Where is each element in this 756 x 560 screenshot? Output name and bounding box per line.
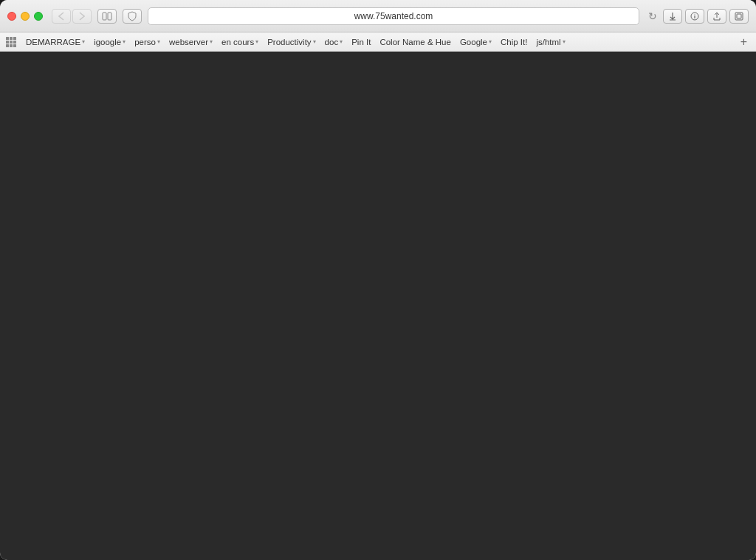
add-bookmark-button[interactable]: + (738, 35, 750, 49)
bookmark-colorname[interactable]: Color Name & Hue (376, 36, 455, 48)
bookmark-doc[interactable]: doc▾ (321, 36, 347, 48)
content-area: FILM (0, 52, 756, 560)
info-button[interactable] (685, 9, 704, 24)
bookmark-productivity[interactable]: Productivity▾ (264, 36, 319, 48)
share-button[interactable] (707, 9, 726, 24)
bookmark-pinit[interactable]: Pin It (348, 36, 374, 48)
shield-button[interactable] (123, 9, 142, 24)
maximize-button[interactable] (34, 12, 43, 21)
download-button[interactable] (663, 9, 682, 24)
bookmark-demarrage[interactable]: DEMARRAGE▾ (22, 36, 89, 48)
fullscreen-button[interactable] (729, 9, 749, 24)
reload-button[interactable]: ↻ (648, 10, 657, 22)
svg-rect-0 (103, 13, 106, 20)
forward-button[interactable] (72, 9, 92, 24)
bookmark-google[interactable]: Google▾ (456, 36, 495, 48)
bookmark-igoogle[interactable]: igoogle▾ (90, 36, 129, 48)
svg-rect-4 (737, 14, 741, 18)
title-bar: www.75wanted.com ↻ (0, 0, 756, 32)
bookmark-chipit[interactable]: Chip It! (497, 36, 531, 48)
browser-window: www.75wanted.com ↻ (0, 0, 756, 560)
svg-rect-1 (108, 13, 111, 20)
apps-icon[interactable] (6, 37, 16, 47)
bookmark-encours[interactable]: en cours▾ (218, 36, 262, 48)
toolbar-right (663, 9, 749, 24)
url-text: www.75wanted.com (354, 11, 433, 21)
reader-button[interactable] (97, 9, 117, 24)
address-bar[interactable]: www.75wanted.com (148, 7, 639, 25)
bookmark-webserver[interactable]: webserver▾ (165, 36, 216, 48)
bookmark-jshtml[interactable]: js/html▾ (532, 36, 568, 48)
close-button[interactable] (7, 12, 16, 21)
bookmark-perso[interactable]: perso▾ (131, 36, 164, 48)
back-button[interactable] (52, 9, 71, 24)
minimize-button[interactable] (21, 12, 30, 21)
traffic-lights (7, 12, 43, 21)
navigation-buttons (52, 9, 92, 24)
bookmarks-bar: DEMARRAGE▾ igoogle▾ perso▾ webserver▾ en… (0, 32, 756, 52)
